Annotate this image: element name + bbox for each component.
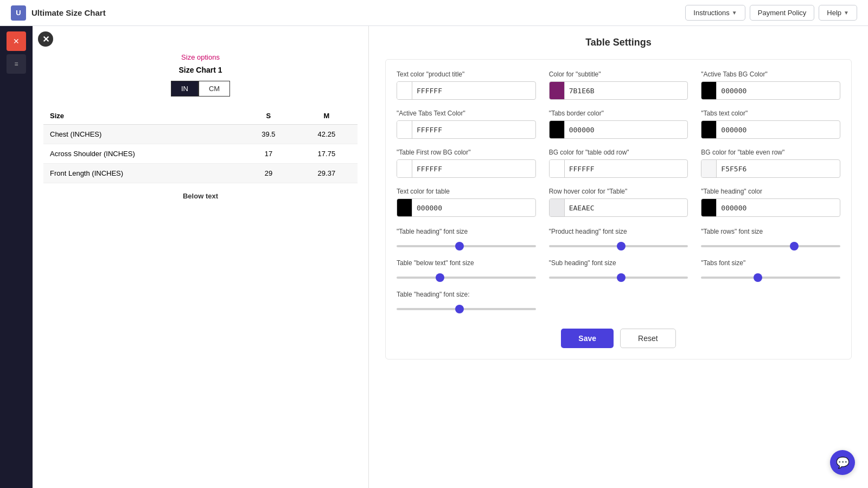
slider-label-0: "Table heading" font size	[397, 228, 536, 235]
color-text-5[interactable]	[717, 123, 840, 137]
table-row: Chest (INCHES)39.542.25	[43, 125, 358, 144]
slider-group-0: "Table heading" font size	[397, 228, 536, 249]
unit-cm-button[interactable]: CM	[199, 81, 230, 97]
sidebar-close-button[interactable]: ✕	[7, 31, 26, 51]
color-swatch-8[interactable]	[701, 160, 717, 177]
color-text-9[interactable]	[412, 201, 535, 215]
color-field-9: Text color for table	[397, 188, 536, 217]
slider-label-4: "Sub heading" font size	[549, 259, 688, 267]
color-text-8[interactable]	[717, 162, 840, 176]
slider-group-5: "Tabs font size"	[701, 259, 840, 281]
color-input-wrap-8	[701, 159, 840, 178]
color-swatch-7[interactable]	[550, 160, 565, 177]
color-text-4[interactable]	[565, 123, 688, 137]
slider-label-5: "Tabs font size"	[701, 259, 840, 267]
table-cell-0-2: 42.25	[296, 125, 358, 144]
table-cell-1-2: 17.75	[296, 144, 358, 164]
color-text-11[interactable]	[717, 201, 840, 215]
settings-container: Text color "product title"Color for "sub…	[385, 59, 852, 359]
app-title: Ultimate Size Chart	[31, 8, 106, 17]
unit-in-button[interactable]: IN	[171, 81, 199, 97]
topbar: U Ultimate Size Chart Instructions ▼ Pay…	[0, 0, 868, 26]
col-size-header: Size	[43, 107, 241, 125]
size-options-label: Size options	[43, 53, 358, 61]
color-swatch-5[interactable]	[701, 121, 717, 138]
color-label-8: BG color for "table even row"	[701, 149, 840, 156]
slider-input-0[interactable]	[397, 245, 536, 247]
color-swatch-0[interactable]	[397, 82, 412, 99]
color-swatch-6[interactable]	[397, 160, 412, 177]
instructions-button[interactable]: Instructions ▼	[685, 5, 745, 21]
slider-section: "Table heading" font size"Product headin…	[397, 228, 840, 312]
slider-input-3[interactable]	[397, 277, 536, 279]
slider-input-1[interactable]	[549, 245, 688, 247]
slider-group-4: "Sub heading" font size	[549, 259, 688, 281]
color-input-wrap-9	[397, 198, 536, 217]
color-text-10[interactable]	[565, 201, 688, 215]
help-button[interactable]: Help ▼	[819, 5, 857, 21]
color-text-3[interactable]	[412, 123, 535, 137]
color-swatch-9[interactable]	[397, 199, 412, 216]
color-input-wrap-5	[701, 120, 840, 139]
color-input-wrap-11	[701, 198, 840, 217]
color-input-wrap-3	[397, 120, 536, 139]
slider-input-6[interactable]	[397, 308, 536, 310]
color-field-1: Color for "subtitle"	[549, 70, 688, 100]
slider-group-3: Table "below text" font size	[397, 259, 536, 281]
color-swatch-4[interactable]	[550, 121, 565, 138]
close-button[interactable]: ✕	[38, 31, 53, 47]
color-label-2: "Active Tabs BG Color"	[701, 70, 840, 78]
topbar-right: Instructions ▼ Payment Policy Help ▼	[685, 5, 857, 21]
slider-wrap-3	[397, 271, 536, 281]
color-input-wrap-1	[549, 81, 688, 100]
color-field-2: "Active Tabs BG Color"	[701, 70, 840, 100]
payment-policy-button[interactable]: Payment Policy	[750, 5, 815, 21]
main-layout: ✕ ≡ ✕ Size options Size Chart 1 IN CM Si…	[0, 26, 868, 488]
color-input-wrap-10	[549, 198, 688, 217]
color-swatch-10[interactable]	[550, 199, 565, 216]
color-label-3: "Active Tabs Text Color"	[397, 110, 536, 117]
table-row: Across Shoulder (INCHES)1717.75	[43, 144, 358, 164]
col-m-header: M	[296, 107, 358, 125]
sidebar-item-1[interactable]: ≡	[7, 54, 26, 74]
color-swatch-2[interactable]	[701, 82, 717, 99]
color-input-wrap-2	[701, 81, 840, 100]
color-text-1[interactable]	[565, 84, 688, 98]
panel-title: Table Settings	[385, 37, 852, 48]
color-field-10: Row hover color for "Table"	[549, 188, 688, 217]
color-input-wrap-7	[549, 159, 688, 178]
color-text-2[interactable]	[717, 84, 840, 98]
unit-toggle: IN CM	[43, 81, 358, 97]
slider-input-2[interactable]	[701, 245, 840, 247]
color-label-11: "Table heading" color	[701, 188, 840, 195]
table-cell-1-0: Across Shoulder (INCHES)	[43, 144, 241, 164]
color-swatch-1[interactable]	[550, 82, 565, 99]
below-text: Below text	[43, 192, 358, 200]
table-cell-2-0: Front Length (INCHES)	[43, 164, 241, 183]
slider-wrap-0	[397, 240, 536, 249]
color-label-7: BG color for "table odd row"	[549, 149, 688, 156]
color-input-wrap-6	[397, 159, 536, 178]
slider-label-6: Table "heading" font size:	[397, 291, 536, 298]
right-panel: Table Settings Text color "product title…	[369, 26, 868, 488]
slider-label-3: Table "below text" font size	[397, 259, 536, 267]
color-input-wrap-4	[549, 120, 688, 139]
slider-input-4[interactable]	[549, 277, 688, 279]
color-text-0[interactable]	[412, 84, 535, 98]
save-button[interactable]: Save	[561, 329, 614, 348]
color-field-3: "Active Tabs Text Color"	[397, 110, 536, 139]
reset-button[interactable]: Reset	[620, 329, 676, 348]
color-label-4: "Tabs border color"	[549, 110, 688, 117]
slider-wrap-6	[397, 303, 536, 312]
color-text-7[interactable]	[565, 162, 688, 176]
color-text-6[interactable]	[412, 162, 535, 176]
color-field-7: BG color for "table odd row"	[549, 149, 688, 178]
slider-wrap-4	[549, 271, 688, 281]
slider-input-5[interactable]	[701, 277, 840, 279]
color-field-5: "Tabs text color"	[701, 110, 840, 139]
payment-policy-label: Payment Policy	[758, 9, 807, 17]
slider-label-2: "Table rows" font size	[701, 228, 840, 235]
chat-bubble[interactable]: 💬	[830, 450, 855, 475]
color-swatch-11[interactable]	[701, 199, 717, 216]
color-swatch-3[interactable]	[397, 121, 412, 138]
